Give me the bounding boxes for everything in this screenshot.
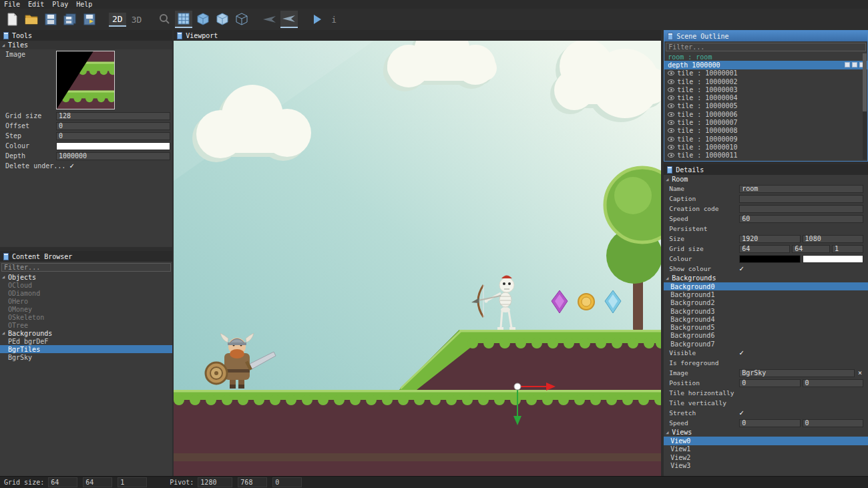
background-item-ped-bgrdef[interactable]: PEd_bgrDeF (0, 337, 172, 345)
save-all-button[interactable] (61, 11, 79, 28)
bg-speed-y-field[interactable]: 0 (803, 419, 863, 427)
content-filter-input[interactable] (1, 263, 171, 272)
object-item-ohero[interactable]: OHero (0, 297, 172, 305)
background0-item[interactable]: Background0 (664, 282, 868, 290)
plane-tool-button[interactable] (261, 11, 278, 28)
outline-tile-row[interactable]: tile : 10000008 (664, 127, 867, 135)
background1-item[interactable]: Background1 (664, 290, 868, 298)
outline-tile-row[interactable]: tile : 10000009 (664, 135, 867, 143)
background2-item[interactable]: Background2 (664, 299, 868, 307)
position-y-field[interactable]: 0 (803, 379, 863, 387)
clear-image-button[interactable]: × (857, 369, 863, 377)
background-item-bgrsky[interactable]: BgrSky (0, 353, 172, 361)
expander-icon[interactable]: ◢ (666, 430, 672, 435)
ground-lower[interactable] (174, 390, 661, 476)
save-button[interactable] (42, 11, 59, 28)
expander-icon[interactable]: ◢ (666, 177, 672, 182)
checkmark-icon[interactable]: ✓ (69, 163, 74, 170)
outline-tile-row[interactable]: tile : 10000011 (664, 152, 867, 160)
outline-tile-row[interactable]: tile : 10000012 (664, 160, 867, 162)
background-item-bgrtiles[interactable]: BgrTiles (0, 345, 172, 353)
viewport-canvas[interactable] (174, 41, 661, 476)
grid-z-field[interactable]: 1 (832, 245, 863, 253)
views-section-header[interactable]: ◢ Views (664, 428, 868, 437)
eye-icon[interactable] (668, 87, 674, 92)
colour-white-swatch[interactable] (803, 255, 863, 263)
view3-item[interactable]: View3 (664, 461, 868, 469)
background6-item[interactable]: Background6 (664, 332, 868, 340)
eye-icon[interactable] (668, 103, 674, 108)
image-field[interactable]: BgrSky (739, 369, 855, 377)
menu-file[interactable]: File (4, 1, 20, 8)
status-pivot-y-field[interactable]: 768 (238, 477, 267, 487)
cloud-top[interactable] (383, 41, 497, 91)
object-item-otree[interactable]: OTree (0, 321, 172, 329)
background5-item[interactable]: Background5 (664, 323, 868, 331)
cube-wire-tool-button[interactable] (233, 11, 250, 28)
eye-icon[interactable] (668, 95, 674, 100)
tiles-section-header[interactable]: ◢ Tiles (0, 41, 172, 49)
step-field[interactable]: 0 (56, 132, 170, 140)
size-width-field[interactable]: 1920 (739, 235, 800, 243)
status-grid-x-field[interactable]: 64 (48, 477, 77, 487)
menu-play[interactable]: Play (52, 1, 68, 8)
colour-swatch-field[interactable] (56, 142, 170, 150)
name-field[interactable]: room (739, 185, 863, 193)
mode-2d-button[interactable]: 2D (109, 13, 126, 27)
outline-tile-row[interactable]: tile : 10000010 (664, 143, 867, 151)
status-pivot-z-field[interactable]: 0 (272, 477, 302, 487)
scene-outline-scrollbar[interactable] (863, 53, 867, 160)
outline-tile-row[interactable]: tile : 10000006 (664, 110, 867, 118)
show-colour-checkbox[interactable]: ✓ (739, 266, 744, 272)
bg-speed-x-field[interactable]: 0 (739, 419, 800, 427)
expander-icon[interactable]: ◢ (2, 43, 8, 48)
outline-tile-row[interactable]: tile : 10000003 (664, 85, 867, 93)
menu-edit[interactable]: Edit (28, 1, 44, 8)
view2-item[interactable]: View2 (664, 453, 868, 461)
visible-checkbox[interactable]: ✓ (739, 350, 744, 356)
eye-icon[interactable] (668, 112, 674, 117)
object-item-oskeleton[interactable]: OSkeleton (0, 313, 172, 321)
depth-action-icon-1[interactable] (845, 62, 850, 67)
plane-select-tool-button[interactable] (280, 11, 298, 28)
grid-size-field[interactable]: 128 (56, 112, 170, 120)
creation-code-field[interactable] (739, 205, 863, 213)
eye-icon[interactable] (668, 128, 674, 133)
object-item-odiamond[interactable]: ODiamond (0, 289, 172, 297)
tileset-thumbnail[interactable] (56, 51, 115, 109)
status-pivot-x-field[interactable]: 1280 (198, 477, 232, 487)
expander-icon[interactable]: ◢ (2, 274, 8, 280)
background7-item[interactable]: Background7 (664, 340, 868, 348)
eye-icon[interactable] (668, 153, 674, 158)
view0-item[interactable]: View0 (664, 437, 868, 445)
status-grid-z-field[interactable]: 1 (118, 477, 147, 487)
menu-help[interactable]: Help (76, 1, 92, 8)
play-button[interactable] (308, 11, 326, 28)
eye-icon[interactable] (668, 162, 674, 162)
size-height-field[interactable]: 1080 (803, 235, 863, 243)
room-section-header[interactable]: ◢ Room (664, 175, 868, 184)
scrollbar-thumb[interactable] (863, 53, 867, 111)
stretch-checkbox[interactable]: ✓ (739, 410, 744, 417)
colour-black-swatch[interactable] (739, 255, 800, 263)
caption-field[interactable] (739, 195, 863, 203)
eye-icon[interactable] (668, 145, 674, 150)
expander-icon[interactable]: ◢ (666, 276, 672, 281)
outline-depth-row[interactable]: depth 1000000 (664, 61, 867, 69)
depth-field[interactable]: 1000000 (56, 152, 170, 160)
eye-icon[interactable] (668, 120, 674, 125)
expander-icon[interactable]: ◢ (2, 330, 8, 336)
zoom-tool-button[interactable] (156, 11, 173, 28)
background3-item[interactable]: Background3 (664, 307, 868, 315)
outline-tile-row[interactable]: tile : 10000002 (664, 77, 867, 85)
info-button[interactable]: i (328, 13, 340, 26)
grid-tool-button[interactable] (175, 11, 192, 28)
offset-field[interactable]: 0 (56, 122, 170, 130)
background4-item[interactable]: Background4 (664, 315, 868, 323)
coin-gold[interactable] (578, 294, 594, 310)
scene-filter-input[interactable] (666, 43, 866, 51)
grid-y-field[interactable]: 64 (792, 245, 830, 253)
mode-3d-button[interactable]: 3D (128, 13, 146, 26)
backgrounds-group-header[interactable]: ◢ Backgrounds (0, 329, 172, 337)
position-x-field[interactable]: 0 (739, 379, 800, 387)
